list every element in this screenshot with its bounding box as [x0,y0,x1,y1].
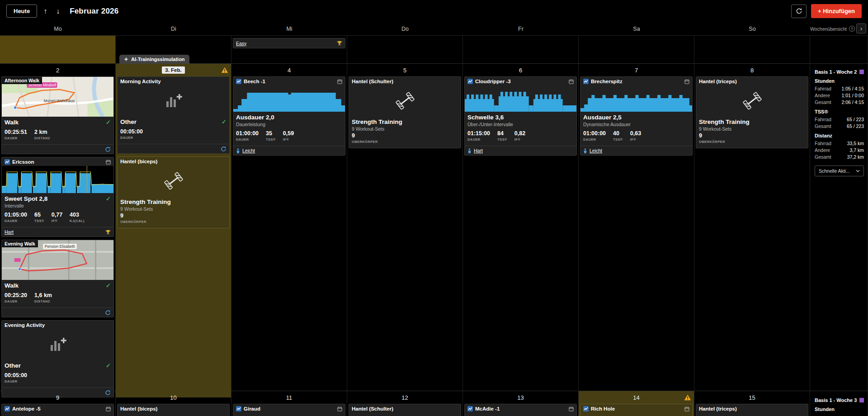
day-cell-wed-11[interactable]: 11 Giraud [231,391,347,416]
workout-card-fragment[interactable]: Easy [233,38,345,48]
summary-row-value: 33,5 km [847,141,864,146]
duration-label: DAUER [5,136,27,140]
duration-label: DAUER [467,137,490,142]
workout-card-hantel-triceps-2[interactable]: Hantel (triceps) [696,404,808,416]
workout-card-hantel-triceps[interactable]: Hantel (triceps) Strength Training 9 Wor… [696,76,808,148]
workout-card-hantel-biceps[interactable]: Hantel (biceps) Strength Training 9 Work… [117,156,230,228]
day-cell-thu-5[interactable]: 5 Hantel (Schulter) Strength Training 9 … [347,64,463,397]
workout-name: Morning Activity [120,79,161,84]
if-value: 0,59 [283,130,294,137]
summary-row-label: Andere [815,93,830,98]
day-cell-mon-2[interactable]: 2 Schloss Mirabell M [0,64,116,397]
workout-name: Afternoon Walk [2,77,42,84]
feel-link[interactable]: Hart [474,148,483,153]
scroll-down-arrow-icon[interactable]: ↓ [53,6,62,16]
today-button[interactable]: Heute [6,5,37,18]
strip-cell-tue: AI-Trainingssimulation [116,36,231,63]
tss-label: TSS® [266,137,276,142]
day-header-row: Mo Di Mi Do Fr Sa So Wochenübersicht ? › [0,22,868,35]
workout-subtitle: 9 Workout-Sets [118,205,229,212]
scroll-up-arrow-icon[interactable]: ↑ [41,6,50,16]
feel-link[interactable]: Easy [236,41,246,46]
workout-type-icon [236,79,241,84]
day-cell-fri-6[interactable]: 6 Cloudripper -3 [463,64,579,397]
week-summary-title: Basis 1 - Woche 2 [815,69,857,75]
strip-cell-sidebar [810,36,868,63]
collapse-sidebar-button[interactable]: › [856,24,866,33]
duration-value: 00:05:00 [120,128,143,135]
summary-row-value: 1:05 / 4:15 [841,86,864,91]
day-header-do: Do [347,26,463,32]
workout-card-morning-activity[interactable]: Morning Activity Other✓ 00:05:00DAUER [117,76,230,154]
workout-title: Strength Training [352,118,402,125]
workout-card-afternoon-walk[interactable]: Schloss Mirabell Mozart-Wohnhaus Afterno… [1,76,114,154]
workout-name: Hantel (triceps) [699,79,737,84]
feel-link[interactable]: Hart [5,229,14,235]
workout-card-ericsson[interactable]: Ericsson [1,157,114,237]
feel-link[interactable]: Leicht [590,148,602,153]
info-icon[interactable]: ? [849,26,855,32]
ai-training-simulation-tab[interactable]: AI-Trainingssimulation [119,55,189,64]
day-cell-sat-7[interactable]: 7 Brecherspitz Ausdauer 2,5 Dynamische A… [579,64,694,397]
refresh-button[interactable] [791,5,807,18]
workout-card-beech[interactable]: Beech -1 Ausdauer 2,0 Dauerleistung 01:0… [233,76,345,156]
workout-type-icon [467,79,473,84]
week-summary-panel: Basis 1 - Woche 2 Stunden Fahrrad1:05 / … [810,64,868,176]
workout-name: Hantel (triceps) [699,406,737,411]
workout-title: Other [5,362,21,369]
trophy-icon [105,230,111,235]
tss-label: TSS® [34,219,44,223]
duration-label: DAUER [5,299,27,303]
workout-card-brecherspitz[interactable]: Brecherspitz Ausdauer 2,5 Dynamische Aus… [580,76,693,156]
quick-actions-dropdown[interactable]: Schnelle Akti... [815,165,864,176]
workout-card-rich-hole[interactable]: Rich Hole [580,404,693,416]
intensity-icon [467,148,472,153]
workout-card-antelope[interactable]: Antelope -5 [1,404,114,416]
day-cell-mon-9[interactable]: 9 Antelope -5 [0,391,116,416]
summary-row-value: 65 / 223 [847,117,864,122]
add-button[interactable]: + Hinzufügen [811,4,862,18]
sync-icon [221,146,226,152]
week1-row: 2 Schloss Mirabell M [0,64,868,391]
workout-title: Other [120,118,137,125]
workout-card-hantel-schulter[interactable]: Hantel (Schulter) Strength Training 9 Wo… [349,76,461,148]
day-cell-wed-4[interactable]: 4 Beech -1 Ausdauer 2,0 Dauerleistung 01… [231,64,347,397]
workout-card-evening-walk[interactable]: Pension Elisabeth Evening Walk Walk✓ 00:… [1,240,114,317]
day-cell-tue-10[interactable]: 10 Hantel (biceps) [116,391,231,416]
plan-color-swatch [859,70,864,74]
workout-card-giraud[interactable]: Giraud [233,404,345,416]
feel-link[interactable]: Leicht [242,148,255,153]
day-cell-thu-12[interactable]: 12 Hantel (Schulter) [347,391,463,416]
strip-cell-sun [694,36,810,63]
workout-card-evening-activity[interactable]: Evening Activity Other✓ 00:05:00DAUER [1,320,114,397]
week-summary-title: Basis 1 - Woche 3 [815,397,857,403]
summary-row-label: Gesamt [815,99,831,105]
workout-profile-chart [580,85,692,112]
calendar-icon [106,407,111,411]
chevron-down-icon [856,170,860,172]
workout-card-hantel-schulter-2[interactable]: Hantel (Schulter) [349,404,461,416]
sets-label: OBERKÖRPER [120,220,226,224]
workout-title: Ausdauer 2,5 [583,114,622,121]
route-map: Pension Elisabeth Evening Walk [2,240,113,280]
day-cell-tue-3-today[interactable]: 3. Feb. Morning Activity Other✓ 00:05:00… [116,64,231,397]
day-cell-sun-15[interactable]: 15 Hantel (triceps) [694,391,810,416]
sync-icon [105,147,111,152]
strip-cell-sat [579,36,694,63]
workout-profile-chart [233,85,345,112]
workout-title: Walk [5,119,19,126]
duration-value: 01:00:00 [583,130,606,137]
day-cell-sat-14[interactable]: 14 Rich Hole [579,391,694,416]
workout-card-hantel-biceps-2[interactable]: Hantel (biceps) [117,404,230,416]
workout-card-cloudripper[interactable]: Cloudripper -3 Schwelle 3,6 Über-/Unter-… [464,76,577,156]
tss-value: 40 [613,130,623,137]
day-cell-sun-8[interactable]: 8 Hantel (triceps) Strength Training 9 W… [694,64,810,397]
tss-value: 84 [497,130,507,137]
day-cell-fri-13[interactable]: 13 McAdie -1 [463,391,579,416]
date-label: 8 [750,67,754,74]
workout-title: Strength Training [699,118,750,125]
workout-type-icon [236,406,241,411]
sparkle-icon [124,57,128,61]
workout-card-mcadie[interactable]: McAdie -1 [464,404,577,416]
date-label: 11 [286,394,292,401]
